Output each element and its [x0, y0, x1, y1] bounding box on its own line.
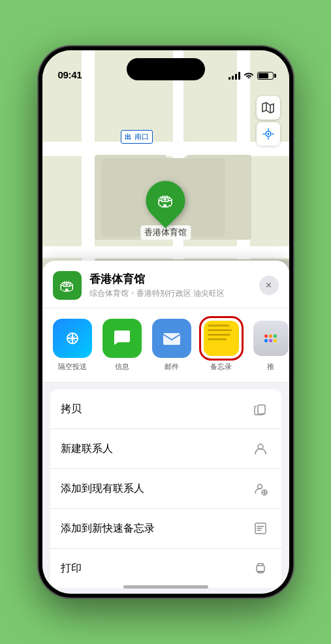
- signal-bar-1: [229, 77, 230, 80]
- location-marker: 🏟 香港体育馆: [140, 181, 191, 240]
- battery-icon: [257, 72, 274, 80]
- messages-icon: [102, 319, 142, 358]
- copy-label: 拷贝: [61, 402, 82, 416]
- signal-bars: [229, 72, 240, 80]
- airdrop-label: 隔空投送: [58, 362, 87, 372]
- share-item-messages[interactable]: 信息: [100, 319, 144, 372]
- map-buttons: [257, 96, 280, 146]
- signal-bar-2: [232, 76, 234, 80]
- venue-name: 香港体育馆: [89, 272, 259, 287]
- dynamic-island: [127, 58, 205, 80]
- quick-note-label: 添加到新快速备忘录: [61, 522, 155, 536]
- road-h2: [42, 246, 289, 258]
- messages-label: 信息: [115, 362, 129, 372]
- action-add-existing[interactable]: 添加到现有联系人: [50, 469, 281, 509]
- share-item-more[interactable]: 推: [249, 319, 289, 372]
- print-label: 打印: [61, 562, 82, 575]
- close-button[interactable]: ×: [259, 276, 279, 295]
- action-print[interactable]: 打印: [50, 549, 281, 588]
- notes-label: 备忘录: [210, 362, 232, 372]
- notes-inner: [204, 321, 239, 356]
- mail-label: 邮件: [165, 362, 179, 372]
- road-h1: [42, 142, 289, 156]
- airdrop-icon: [53, 319, 92, 358]
- share-item-notes[interactable]: 备忘录: [199, 319, 244, 372]
- venue-icon: 🏟: [53, 271, 82, 300]
- mail-icon: [152, 319, 191, 358]
- status-icons: [229, 71, 274, 80]
- signal-bar-4: [238, 72, 240, 80]
- quick-note-icon: [250, 518, 271, 539]
- add-existing-label: 添加到现有联系人: [61, 482, 144, 496]
- notes-icon-wrap: [202, 319, 241, 358]
- action-list: 拷贝 新建联系人: [50, 389, 281, 588]
- entrance-label: 出 南口: [121, 130, 153, 144]
- share-row: 隔空投送 信息: [42, 308, 289, 383]
- new-contact-icon: [250, 438, 271, 459]
- map-type-button[interactable]: [257, 96, 280, 120]
- bottom-sheet: 🏟 香港体育馆 综合体育馆・香港特别行政区 油尖旺区 ×: [42, 261, 289, 594]
- location-button[interactable]: [257, 122, 280, 146]
- signal-bar-3: [235, 74, 237, 80]
- home-indicator: [123, 585, 208, 588]
- venue-subtitle: 综合体育馆・香港特别行政区 油尖旺区: [89, 288, 259, 299]
- phone-screen: 09:41: [42, 50, 289, 594]
- print-icon: [250, 558, 271, 579]
- svg-point-1: [267, 133, 269, 135]
- share-item-airdrop[interactable]: 隔空投送: [50, 319, 95, 372]
- phone-frame: 09:41: [39, 46, 293, 598]
- wifi-icon: [244, 71, 254, 80]
- action-copy[interactable]: 拷贝: [50, 389, 281, 429]
- status-time: 09:41: [58, 69, 82, 80]
- new-contact-label: 新建联系人: [61, 442, 113, 456]
- action-quick-note[interactable]: 添加到新快速备忘录: [50, 509, 281, 549]
- marker-pin: 🏟: [138, 173, 193, 229]
- venue-info: 香港体育馆 综合体育馆・香港特别行政区 油尖旺区: [89, 272, 259, 299]
- add-existing-icon: [250, 478, 271, 499]
- stadium-icon: 🏟: [157, 191, 174, 211]
- more-label: 推: [267, 362, 274, 372]
- sheet-header: 🏟 香港体育馆 综合体育馆・香港特别行政区 油尖旺区 ×: [42, 261, 289, 308]
- svg-rect-9: [257, 566, 264, 572]
- svg-rect-4: [258, 405, 265, 414]
- copy-icon: [250, 398, 271, 419]
- more-icon: [251, 319, 289, 358]
- share-item-mail[interactable]: 邮件: [150, 319, 194, 372]
- action-new-contact[interactable]: 新建联系人: [50, 429, 281, 469]
